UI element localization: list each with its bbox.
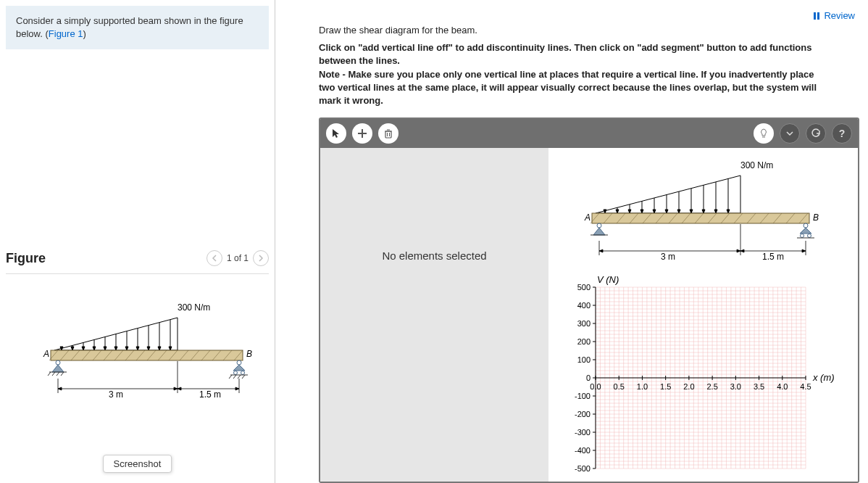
- svg-text:2.5: 2.5: [706, 382, 717, 391]
- selection-status: No elements selected: [320, 148, 548, 483]
- svg-text:100: 100: [577, 355, 591, 364]
- svg-text:x (m): x (m): [812, 372, 835, 383]
- svg-line-34: [57, 372, 59, 376]
- support-A: [48, 360, 67, 376]
- svg-text:3.0: 3.0: [730, 382, 741, 391]
- dim2-draw: 1.5 m: [762, 252, 784, 262]
- svg-rect-51: [385, 131, 391, 138]
- svg-rect-68: [592, 213, 809, 223]
- review-link[interactable]: Review: [814, 10, 855, 21]
- svg-line-42: [238, 375, 241, 379]
- svg-text:300: 300: [577, 319, 591, 328]
- figure-next-button[interactable]: [253, 250, 269, 266]
- instr-line1: Draw the shear diagram for the beam.: [319, 24, 825, 37]
- svg-line-40: [229, 375, 232, 379]
- label-B-draw: B: [813, 212, 819, 223]
- svg-line-43: [242, 375, 245, 379]
- svg-point-37: [233, 371, 237, 375]
- svg-text:0: 0: [586, 373, 591, 382]
- screenshot-indicator: Screenshot: [103, 455, 172, 473]
- svg-text:500: 500: [577, 283, 591, 292]
- hint-button[interactable]: [754, 123, 774, 144]
- svg-text:-100: -100: [575, 392, 591, 400]
- review-label: Review: [824, 10, 855, 21]
- pause-icon: [814, 12, 821, 20]
- svg-point-88: [804, 223, 808, 228]
- drawing-toolbar: ?: [320, 119, 858, 148]
- svg-text:0.5: 0.5: [614, 382, 625, 391]
- svg-text:-200: -200: [575, 410, 591, 418]
- svg-text:-400: -400: [575, 446, 591, 455]
- svg-line-35: [61, 372, 64, 376]
- svg-text:V (N): V (N): [597, 274, 619, 285]
- instr-line3: Note - Make sure you place only one vert…: [319, 68, 825, 108]
- label-B-fig: B: [246, 349, 252, 359]
- pointer-tool[interactable]: [326, 123, 346, 144]
- dim1-fig: 3 m: [109, 389, 123, 400]
- svg-text:200: 200: [577, 337, 591, 346]
- label-A-fig: A: [43, 349, 49, 359]
- svg-point-86: [597, 223, 601, 228]
- dim2-fig: 1.5 m: [199, 389, 221, 400]
- svg-text:1.5: 1.5: [660, 382, 671, 391]
- svg-point-36: [237, 360, 241, 365]
- dim1-draw: 3 m: [661, 252, 675, 262]
- delete-button[interactable]: [378, 123, 398, 144]
- figure-title: Figure: [6, 251, 46, 266]
- svg-point-38: [241, 371, 244, 375]
- svg-line-32: [48, 372, 51, 376]
- instructions: Draw the shear diagram for the beam. Cli…: [275, 24, 868, 115]
- drawing-area: ? No elements selected: [319, 117, 859, 483]
- svg-point-89: [801, 234, 804, 238]
- svg-line-41: [233, 375, 236, 379]
- svg-text:-300: -300: [575, 428, 591, 437]
- instr-line2: Click on "add vertical line off" to add …: [319, 41, 825, 67]
- figure-pager: 1 of 1: [227, 253, 249, 263]
- shear-plot[interactable]: -500-400-300-200-10001002003004005000.00…: [556, 273, 846, 483]
- svg-text:4.0: 4.0: [777, 382, 788, 391]
- svg-text:3.5: 3.5: [754, 382, 764, 391]
- svg-text:1.0: 1.0: [637, 382, 648, 391]
- load-label-draw: 300 N/m: [740, 160, 773, 170]
- label-A-draw: A: [584, 212, 591, 223]
- problem-statement: Consider a simply supported beam shown i…: [6, 6, 269, 49]
- figure-prev-button[interactable]: [206, 250, 222, 266]
- svg-rect-11: [51, 350, 243, 360]
- help-button[interactable]: ?: [832, 123, 852, 144]
- svg-text:0.0: 0.0: [590, 382, 601, 391]
- beam-figure: 300 N/m: [22, 296, 254, 412]
- problem-text-2: ): [83, 28, 86, 39]
- beam-figure-drawing: 300 N/m: [556, 155, 831, 264]
- load-label-fig: 300 N/m: [178, 302, 210, 313]
- add-segment-button[interactable]: [352, 123, 372, 144]
- figure-link[interactable]: Figure 1: [49, 28, 83, 39]
- options-dropdown[interactable]: [780, 123, 800, 144]
- reset-button[interactable]: [806, 123, 826, 144]
- svg-text:2.0: 2.0: [683, 382, 694, 391]
- svg-point-30: [56, 360, 60, 365]
- svg-line-33: [52, 372, 55, 376]
- svg-text:-500: -500: [575, 464, 591, 473]
- svg-point-90: [808, 234, 811, 238]
- svg-text:400: 400: [577, 301, 591, 310]
- svg-text:4.5: 4.5: [800, 382, 811, 391]
- support-B: [229, 360, 248, 379]
